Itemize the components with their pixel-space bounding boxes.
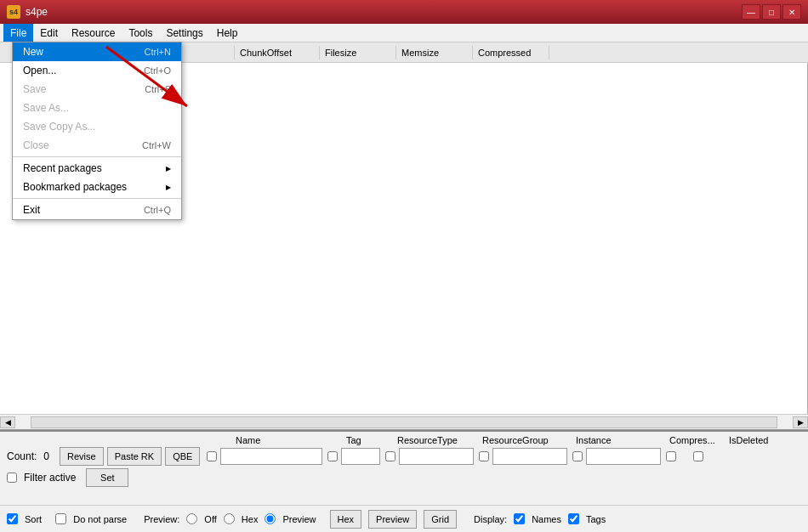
menu-close: Close Ctrl+W — [13, 136, 181, 155]
filter-col-instance: Instance — [572, 435, 666, 445]
menu-exit-label: Exit — [23, 204, 40, 216]
menu-new-shortcut: Ctrl+N — [145, 47, 171, 57]
filter-active-checkbox[interactable] — [7, 473, 17, 483]
tags-checkbox[interactable] — [568, 513, 579, 524]
compressed-checkbox[interactable] — [666, 451, 676, 461]
filter-col-resourcegroup: ResourceGroup — [479, 435, 572, 445]
menu-sep-1 — [13, 156, 181, 157]
menu-save-copy-as: Save Copy As... — [13, 117, 181, 136]
menu-save-as-label: Save As... — [23, 102, 69, 114]
preview-hex-radio[interactable] — [224, 513, 235, 524]
preview-button[interactable]: Preview — [368, 510, 417, 529]
horizontal-scrollbar[interactable]: ◀ ▶ — [0, 414, 808, 429]
instance-filter-input[interactable] — [586, 448, 661, 465]
scrollbar-track[interactable] — [31, 416, 777, 428]
col-filesize: Filesize — [320, 46, 396, 59]
grid-button[interactable]: Grid — [424, 510, 457, 529]
app-title: s4pe — [26, 6, 742, 18]
menu-bookmarked-packages[interactable]: Bookmarked packages ▶ — [13, 178, 181, 196]
display-label: Display: — [474, 514, 507, 524]
hex-button[interactable]: Hex — [330, 510, 362, 529]
isdeleted-checkbox[interactable] — [693, 451, 703, 461]
sort-label: Sort — [25, 514, 42, 524]
menu-open[interactable]: Open... Ctrl+O — [13, 61, 181, 80]
menu-save: Save Ctrl+S — [13, 80, 181, 99]
menu-save-shortcut: Ctrl+S — [145, 84, 171, 94]
off-label: Off — [204, 514, 216, 524]
count-label: Count: — [7, 450, 37, 462]
close-button[interactable]: ✕ — [782, 4, 801, 20]
menu-bar: File Edit Resource Tools Settings Help — [0, 24, 808, 42]
filter-col-tag: Tag — [343, 435, 394, 445]
tag-input[interactable] — [341, 448, 380, 465]
paste-rk-button[interactable]: Paste RK — [107, 447, 162, 466]
filter-col-resourcetype: ResourceType — [394, 435, 479, 445]
name-input[interactable] — [220, 448, 322, 465]
filter-bar: Name Tag ResourceType ResourceGroup Inst… — [0, 430, 808, 505]
menu-help[interactable]: Help — [210, 24, 245, 42]
set-button[interactable]: Set — [86, 468, 128, 487]
resourcetype-checkbox[interactable] — [385, 451, 395, 461]
menu-recent-packages[interactable]: Recent packages ▶ — [13, 159, 181, 178]
preview-preview-radio[interactable] — [265, 513, 276, 524]
menu-bookmarked-packages-label: Bookmarked packages — [23, 181, 127, 193]
filter-col-compres: Compres... — [666, 435, 725, 445]
menu-save-as: Save As... — [13, 99, 181, 117]
menu-new-label: New — [23, 46, 43, 58]
filter-col-name: Name — [232, 435, 343, 445]
status-bar: Sort Do not parse Preview: Off Hex Previ… — [0, 505, 808, 532]
menu-sep-2 — [13, 198, 181, 199]
preview-off-radio[interactable] — [186, 513, 197, 524]
menu-file[interactable]: File — [3, 24, 33, 42]
tag-checkbox[interactable] — [327, 451, 338, 461]
preview-label: Preview: — [144, 514, 179, 524]
maximize-button[interactable]: □ — [762, 4, 781, 20]
tags-label: Tags — [586, 514, 606, 524]
filter-active-label: Filter active — [24, 472, 76, 484]
name-checkbox[interactable] — [207, 451, 217, 461]
app-icon: s4 — [7, 5, 20, 19]
resourcegroup-checkbox[interactable] — [479, 451, 489, 461]
minimize-button[interactable]: — — [742, 4, 760, 20]
col-chunkoffset: ChunkOffset — [235, 46, 320, 59]
menu-settings[interactable]: Settings — [159, 24, 209, 42]
menu-edit[interactable]: Edit — [33, 24, 65, 42]
bookmarked-packages-arrow: ▶ — [166, 184, 171, 191]
sort-checkbox[interactable] — [7, 513, 18, 524]
menu-tools[interactable]: Tools — [122, 24, 159, 42]
count-value: 0 — [43, 450, 49, 462]
menu-close-label: Close — [23, 139, 49, 151]
title-bar: s4 s4pe — □ ✕ — [0, 0, 808, 24]
resourcetype-input[interactable] — [399, 448, 474, 465]
menu-new[interactable]: New Ctrl+N — [13, 42, 181, 61]
names-label: Names — [532, 514, 561, 524]
preview-radio-label: Preview — [282, 514, 316, 524]
do-not-parse-label: Do not parse — [73, 514, 127, 524]
menu-exit-shortcut: Ctrl+Q — [144, 205, 171, 215]
col-memsize: Memsize — [396, 46, 473, 59]
menu-recent-packages-label: Recent packages — [23, 162, 102, 174]
names-checkbox[interactable] — [514, 513, 525, 524]
file-dropdown: New Ctrl+N Open... Ctrl+O Save Ctrl+S Sa… — [12, 42, 182, 220]
qbe-button[interactable]: QBE — [165, 447, 200, 466]
col-compressed: Compressed — [473, 46, 549, 59]
instance-filter-checkbox[interactable] — [572, 451, 583, 461]
menu-resource[interactable]: Resource — [65, 24, 122, 42]
hex-radio-label: Hex — [242, 514, 259, 524]
filter-col-isdeleted: IsDeleted — [725, 435, 777, 445]
resourcegroup-input[interactable] — [492, 448, 567, 465]
menu-save-label: Save — [23, 83, 46, 95]
menu-open-shortcut: Ctrl+O — [144, 65, 171, 76]
revise-button[interactable]: Revise — [60, 447, 104, 466]
do-not-parse-checkbox[interactable] — [55, 513, 66, 524]
file-dropdown-overlay: New Ctrl+N Open... Ctrl+O Save Ctrl+S Sa… — [12, 42, 182, 220]
menu-close-shortcut: Ctrl+W — [142, 140, 171, 150]
window-controls: — □ ✕ — [742, 4, 801, 20]
menu-open-label: Open... — [23, 65, 56, 76]
menu-save-copy-as-label: Save Copy As... — [23, 121, 95, 133]
menu-exit[interactable]: Exit Ctrl+Q — [13, 201, 181, 219]
recent-packages-arrow: ▶ — [166, 165, 171, 173]
